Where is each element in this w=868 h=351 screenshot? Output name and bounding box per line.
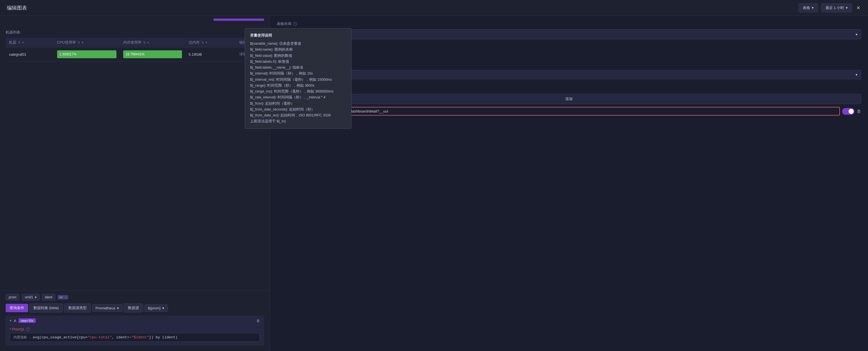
tooltip-items: ${variable_name}: 仪表盘变量值 ${_field.name}:…	[250, 41, 346, 125]
variable-tooltip: 变量使用说明 ${variable_name}: 仪表盘变量值 ${_field…	[245, 28, 351, 129]
tab-prometheus-label: Prometheus	[96, 306, 115, 310]
tooltip-item: ${_range}: 时间范围（秒），例如 3600s	[250, 83, 346, 89]
link-toggle[interactable]	[842, 108, 855, 115]
cpu-cell: 1.300017%	[54, 47, 120, 61]
tab-prom-var[interactable]: ${prom}	[144, 304, 168, 312]
ident-tag: ident	[42, 294, 55, 301]
query-section: prom vm01 ident All × 查询条件 数据转换 (beta) 数…	[0, 290, 270, 351]
badge-value: All	[59, 296, 63, 299]
filter-icon[interactable]: ▾	[206, 41, 207, 44]
machine-name: categraf01	[6, 47, 54, 61]
col-machine: 机器 ⇅ ▾	[6, 38, 54, 47]
tooltip-title: 变量使用说明	[250, 32, 346, 38]
memory-value: 16.799441%	[125, 52, 144, 56]
vm-select[interactable]: vm01	[22, 294, 39, 301]
tooltip-item: ${_interval_ms}: 时间间隔（毫秒），例如 15000ms	[250, 77, 346, 83]
tooltip-item: ${_from_date_iso}: 起始时间，ISO 8601/RFC 333…	[250, 113, 346, 119]
col-total: 总内存 ⇅ ▾	[185, 38, 236, 47]
machine-table: 机器 ⇅ ▾ CPU使用率 ⇅ ▾	[6, 38, 264, 61]
chevron-down-icon	[856, 72, 858, 77]
vm-select-value: vm01	[25, 295, 33, 299]
filter-icon[interactable]: ▾	[147, 41, 149, 44]
machine-list-section: 机器列表 机器 ⇅ ▾ CPU使用率	[0, 25, 270, 61]
chevron-down-icon	[35, 295, 37, 299]
default-sort-section: 默认排序 Asc	[277, 70, 861, 79]
promql-info-icon[interactable]: ?	[26, 327, 30, 331]
link-url-input[interactable]	[313, 107, 840, 116]
table-btn-label: 表格	[803, 5, 810, 10]
tooltip-item: ${_range_ms}: 时间范围（毫秒），例如 3600000ms	[250, 89, 346, 95]
tooltip-item: ${_field.name}: 图例的名称	[250, 47, 346, 53]
link-section: 链接 ? 添加 🗑	[277, 86, 861, 116]
total-memory: 5.19GiB	[185, 47, 236, 61]
promql-string1: "cpu-total"	[88, 335, 112, 340]
table-row: categraf01 1.300017% 16.799441% 5.19GiB	[6, 47, 264, 61]
remark-section: 备注	[277, 122, 861, 127]
link-item-row: 🗑	[277, 107, 861, 116]
col-memory: 内存使用率 ⇅ ▾	[120, 38, 185, 47]
add-link-button[interactable]: 添加	[277, 94, 861, 104]
table-layout-select[interactable]: 固定	[277, 29, 861, 39]
table-button[interactable]: 表格	[799, 3, 818, 12]
close-button[interactable]: ×	[855, 4, 861, 12]
tooltip-item: ${_rate_interval}: 时间间隔（秒），_interval * 4	[250, 95, 346, 100]
step-badge: step=15s	[19, 318, 36, 323]
tooltip-item: ${_from_date_seconds}: 起始时间（秒）	[250, 106, 346, 113]
arrow-icon: ›	[29, 335, 30, 340]
memory-bar: 16.799441%	[123, 50, 182, 58]
tooltip-item: 上面语法适用于 ${_to}	[250, 119, 346, 124]
chevron-down-icon	[856, 32, 858, 37]
table-layout-section: 表格布局 ? 固定	[277, 21, 861, 39]
left-panel: 机器列表 机器 ⇅ ▾ CPU使用率	[0, 16, 270, 351]
chevron-down-icon	[812, 6, 814, 10]
time-button[interactable]: 最近 1 小时	[821, 3, 852, 12]
link-delete-icon[interactable]: 🗑	[857, 109, 861, 114]
tooltip-item: ${_from}: 起始时间（毫秒）	[250, 101, 346, 106]
delete-query-icon[interactable]: 🗑	[256, 319, 260, 323]
header: 编辑图表 表格 最近 1 小时 ×	[0, 0, 868, 16]
display-dimension-section: 显示维度 ? ident ×	[277, 46, 861, 63]
tooltip-item: ${_field.labels.__name__}: 指标名	[250, 65, 346, 71]
promql-input-row[interactable]: 内置指标 › avg(cpu_usage_active{cpu="cpu-tot…	[10, 333, 260, 342]
tooltip-item: ${_field.value}: 图例的数值	[250, 53, 346, 59]
col-cpu: CPU使用率 ⇅ ▾	[54, 38, 120, 47]
tab-datasource-type[interactable]: 数据源类型	[64, 304, 91, 313]
header-actions: 表格 最近 1 小时 ×	[799, 3, 861, 12]
table-layout-title: 表格布局 ?	[277, 21, 861, 26]
cpu-bar: 1.300017%	[57, 50, 117, 58]
promql-label: * PromQL ?	[10, 327, 260, 331]
tab-prom-var-label: ${prom}	[148, 306, 161, 310]
query-config-left: ▾ A step=15s	[10, 318, 36, 323]
tooltip-item: ${variable_name}: 仪表盘变量值	[250, 41, 346, 47]
sort-icon[interactable]: ⇅	[202, 41, 204, 44]
tab-prometheus[interactable]: Prometheus	[92, 304, 123, 312]
tab-datasource[interactable]: 数据源	[124, 304, 143, 313]
builtin-label: 内置指标	[13, 335, 27, 340]
tabs-row: 查询条件 数据转换 (beta) 数据源类型 Prometheus 数据源 ${…	[6, 304, 264, 313]
cpu-value: 1.300017%	[59, 52, 76, 56]
dimension-tags: ident ×	[277, 58, 861, 63]
tab-data-transform[interactable]: 数据转换 (beta)	[29, 304, 63, 313]
badge-close-icon[interactable]: ×	[65, 296, 67, 299]
sort-icon[interactable]: ⇅	[78, 41, 80, 44]
filter-icon[interactable]: ▾	[22, 41, 24, 44]
tooltip-item: ${_field.labels.X}: 标签值	[250, 59, 346, 65]
tooltip-item: ${_interval}: 时间间隔（秒），例如 15s	[250, 71, 346, 76]
all-badge: All ×	[58, 295, 69, 299]
chevron-down-icon	[117, 306, 119, 310]
link-section-title: 链接 ?	[277, 86, 861, 91]
memory-cell: 16.799441%	[120, 47, 185, 61]
chevron-icon[interactable]: ▾	[10, 319, 11, 323]
promql-section: * PromQL ? 内置指标 › avg(cpu_usage_active{c…	[6, 325, 264, 345]
table-header-row: 机器 ⇅ ▾ CPU使用率 ⇅ ▾	[6, 38, 264, 47]
default-sort-select2[interactable]: Asc	[335, 70, 861, 79]
chevron-down-icon	[162, 306, 164, 310]
table-layout-info-icon[interactable]: ?	[293, 22, 297, 26]
sort-icon[interactable]: ⇅	[143, 41, 146, 44]
filter-icon[interactable]: ▾	[82, 41, 84, 44]
promql-string2: "$ident"	[131, 335, 149, 340]
time-btn-label: 最近 1 小时	[826, 5, 844, 10]
tab-query-condition[interactable]: 查询条件	[6, 304, 28, 312]
query-config-header: ▾ A step=15s 🗑	[6, 316, 264, 325]
sort-icon[interactable]: ⇅	[18, 41, 21, 44]
